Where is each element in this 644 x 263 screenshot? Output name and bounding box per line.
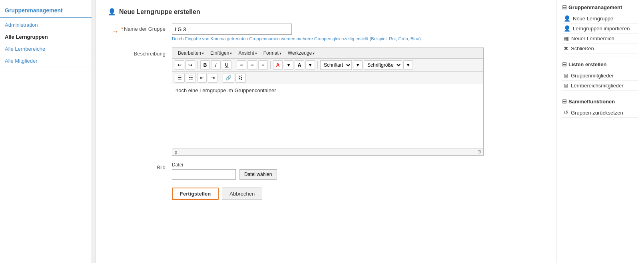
rs-item-lernbereichsmitglieder[interactable]: ⊠ Lernbereichsmitglieder bbox=[562, 81, 638, 91]
page-title-icon: 👤 bbox=[108, 8, 116, 16]
rte-bg-color-btn[interactable]: A bbox=[295, 60, 304, 70]
rs-neuer-lernbereich-label: Neuer Lernbereich bbox=[571, 36, 614, 42]
sidebar-item-administration[interactable]: Administration bbox=[0, 19, 92, 31]
rte-italic-btn[interactable]: I bbox=[211, 60, 221, 70]
rte-status-text: p bbox=[175, 150, 177, 154]
rs-lerngruppen-importieren-icon: 👤 bbox=[564, 25, 570, 32]
rte-menu-werkzeuge[interactable]: Werkzeuge ▾ bbox=[285, 49, 317, 57]
left-sidebar-header: Gruppenmanagement bbox=[0, 4, 92, 18]
rte-underline-btn[interactable]: U bbox=[222, 60, 231, 70]
rs-lernbereichsmitglieder-icon: ⊠ bbox=[564, 82, 568, 89]
file-row: Datei wählen bbox=[172, 169, 277, 180]
arrow-icon: → bbox=[112, 28, 119, 36]
vertical-resizer[interactable] bbox=[92, 0, 96, 263]
rte-indent-btn[interactable]: ⇥ bbox=[208, 73, 217, 83]
bild-label: Bild bbox=[157, 164, 165, 170]
rte-undo-btn[interactable]: ↩ bbox=[175, 60, 184, 70]
sidebar-item-alle-mitglieder[interactable]: Alle Mitglieder bbox=[0, 55, 92, 67]
rs-collapse-sammelfunktionen[interactable]: ⊟ bbox=[562, 98, 567, 105]
rte-font-size-dropdown[interactable]: ▾ bbox=[403, 60, 413, 70]
rs-neue-lerngruppe-label: Neue Lerngruppe bbox=[573, 16, 613, 22]
rte-font-family-select[interactable]: Schriftart bbox=[320, 60, 352, 70]
datei-label: Datei bbox=[172, 162, 277, 168]
tb-sep3 bbox=[270, 61, 271, 69]
rte-font-color-btn[interactable]: A bbox=[273, 60, 283, 70]
required-star: * bbox=[121, 26, 123, 32]
bild-field-col: Datei Datei wählen bbox=[172, 162, 277, 180]
description-row: Beschreibung Bearbeiten ▾ Einfügen ▾ Ans… bbox=[108, 47, 544, 156]
rte-menu-bearbeiten[interactable]: Bearbeiten ▾ bbox=[175, 49, 206, 57]
name-row: → * Name der Gruppe Durch Eingabe von Ko… bbox=[108, 24, 544, 41]
rte-font-size-select[interactable]: Schriftgröße bbox=[364, 60, 402, 70]
rte-menu-format[interactable]: Format ▾ bbox=[261, 49, 284, 57]
rte-menu-einfugen[interactable]: Einfügen ▾ bbox=[208, 49, 234, 57]
rte-toolbar-row1: ↩ ↪ B I U ≡ ≡ ≡ A ▾ A ▾ Schriftart ▾ bbox=[172, 59, 483, 72]
rs-item-schliessen[interactable]: ✖ Schließen bbox=[562, 44, 638, 53]
rs-section-listen-label: Listen erstellen bbox=[568, 61, 606, 67]
rs-schliessen-label: Schließen bbox=[571, 45, 594, 51]
page-title: Neue Lerngruppe erstellen bbox=[119, 8, 200, 16]
name-input[interactable] bbox=[172, 24, 292, 35]
rte-align-center-btn[interactable]: ≡ bbox=[247, 60, 257, 70]
rte-redo-btn[interactable]: ↪ bbox=[185, 60, 195, 70]
rte-outdent-btn[interactable]: ⇤ bbox=[197, 73, 207, 83]
rte-ul-btn[interactable]: ☰ bbox=[175, 73, 185, 83]
tb-sep5 bbox=[220, 74, 220, 82]
description-label-cell: Beschreibung bbox=[108, 47, 172, 57]
rs-gruppenmitglieder-label: Gruppenmitglieder bbox=[571, 73, 614, 79]
page-title-row: 👤 Neue Lerngruppe erstellen bbox=[108, 8, 544, 16]
rs-gruppen-zuruecksetzen-icon: ↺ bbox=[564, 109, 568, 116]
rte-font-color-dropdown[interactable]: ▾ bbox=[284, 60, 293, 70]
rs-collapse-listen[interactable]: ⊟ bbox=[562, 61, 567, 67]
sidebar-item-alle-lerngruppen[interactable]: Alle Lerngruppen bbox=[0, 31, 92, 43]
tb-sep4 bbox=[317, 61, 318, 69]
rs-neuer-lernbereich-icon: ▦ bbox=[564, 35, 569, 42]
bild-row: Bild Datei Datei wählen bbox=[108, 162, 544, 180]
rte-ol-btn[interactable]: ☷ bbox=[186, 73, 196, 83]
file-input[interactable] bbox=[172, 169, 236, 180]
rs-section-sammelfunktionen-label: Sammelfunktionen bbox=[568, 99, 615, 105]
right-sidebar: ⊟ Gruppenmanagement 👤 Neue Lerngruppe 👤 … bbox=[556, 0, 644, 263]
rte-content[interactable]: noch eine Lerngruppe im Gruppencontainer bbox=[172, 84, 483, 148]
tb-sep2 bbox=[234, 61, 234, 69]
tb-sep1 bbox=[197, 61, 198, 69]
description-label: Beschreibung bbox=[134, 51, 166, 57]
datei-wahlen-button[interactable]: Datei wählen bbox=[239, 169, 277, 180]
rte-bg-color-dropdown[interactable]: ▾ bbox=[305, 60, 315, 70]
rte-resize-handle[interactable]: ⊞ bbox=[477, 149, 481, 154]
rs-divider1 bbox=[562, 57, 638, 57]
rs-item-gruppenmitglieder[interactable]: ⊠ Gruppenmitglieder bbox=[562, 71, 638, 81]
rs-item-neue-lerngruppe[interactable]: 👤 Neue Lerngruppe bbox=[562, 14, 638, 24]
bild-label-cell: Bild bbox=[108, 162, 172, 170]
rte-text: noch eine Lerngruppe im Gruppencontainer bbox=[175, 87, 276, 93]
rte-align-left-btn[interactable]: ≡ bbox=[237, 60, 246, 70]
rs-section-gruppenmanagement-label: Gruppenmanagement bbox=[568, 4, 622, 10]
rte-container: Bearbeiten ▾ Einfügen ▾ Ansicht ▾ Format… bbox=[172, 47, 484, 156]
rs-section-listen: ⊟ Listen erstellen bbox=[562, 61, 638, 67]
rs-collapse-gruppenmanagement[interactable]: ⊟ bbox=[562, 4, 567, 10]
rte-bold-btn[interactable]: B bbox=[200, 60, 210, 70]
rs-item-gruppen-zuruecksetzen[interactable]: ↺ Gruppen zurücksetzen bbox=[562, 108, 638, 118]
name-hint: Durch Eingabe von Komma getrennten Grupp… bbox=[172, 36, 422, 41]
rte-menu-ansicht[interactable]: Ansicht ▾ bbox=[236, 49, 259, 57]
rs-section-gruppenmanagement: ⊟ Gruppenmanagement bbox=[562, 4, 638, 10]
rte-font-family-dropdown[interactable]: ▾ bbox=[353, 60, 363, 70]
rte-menubar: Bearbeiten ▾ Einfügen ▾ Ansicht ▾ Format… bbox=[172, 48, 483, 59]
sidebar-item-alle-lernbereiche[interactable]: Alle Lernbereiche bbox=[0, 43, 92, 55]
rs-item-neuer-lernbereich[interactable]: ▦ Neuer Lernbereich bbox=[562, 34, 638, 44]
rte-unlink-btn[interactable]: ⛓ bbox=[235, 73, 246, 83]
rs-divider2 bbox=[562, 94, 638, 94]
cancel-button[interactable]: Abbrechen bbox=[222, 188, 262, 200]
action-buttons: Fertigstellen Abbrechen bbox=[172, 188, 544, 200]
rte-align-right-btn[interactable]: ≡ bbox=[258, 60, 268, 70]
rs-gruppen-zuruecksetzen-label: Gruppen zurücksetzen bbox=[571, 110, 623, 116]
rte-link-btn[interactable]: 🔗 bbox=[223, 73, 234, 83]
rs-schliessen-icon: ✖ bbox=[564, 45, 568, 51]
name-field-col: Durch Eingabe von Komma getrennten Grupp… bbox=[172, 24, 422, 41]
rs-lerngruppen-importieren-label: Lerngruppen importieren bbox=[573, 26, 630, 32]
name-label-cell: → * Name der Gruppe bbox=[108, 24, 172, 36]
rs-item-lerngruppen-importieren[interactable]: 👤 Lerngruppen importieren bbox=[562, 24, 638, 34]
submit-button[interactable]: Fertigstellen bbox=[172, 188, 219, 200]
left-sidebar: Gruppenmanagement Administration Alle Le… bbox=[0, 0, 92, 263]
rs-gruppenmitglieder-icon: ⊠ bbox=[564, 72, 568, 79]
